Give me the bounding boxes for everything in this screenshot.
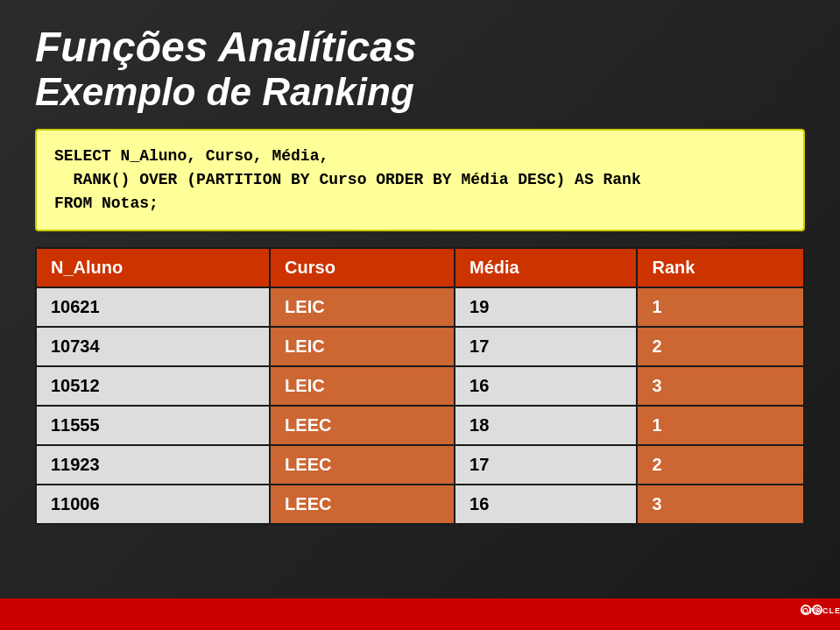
- table-row: 10734LEIC172: [36, 327, 804, 366]
- data-table: N_Aluno Curso Média Rank 10621LEIC191107…: [35, 247, 805, 525]
- oracle-registered-symbol: ®: [812, 605, 822, 615]
- code-line1: SELECT N_Aluno, Curso, Média,: [54, 147, 328, 165]
- oracle-logo-text: ORACLE: [801, 605, 811, 615]
- table-cell: 10734: [36, 327, 270, 366]
- code-box: SELECT N_Aluno, Curso, Média, RANK() OVE…: [35, 129, 805, 231]
- table-cell: 1: [637, 406, 804, 445]
- code-line2: RANK() OVER (PARTITION BY Curso ORDER BY…: [54, 171, 641, 188]
- table-cell: 2: [637, 445, 804, 485]
- col-header-naluno: N_Aluno: [36, 248, 270, 287]
- table-cell: 10621: [36, 287, 270, 327]
- table-row: 10621LEIC191: [36, 287, 804, 327]
- table-cell: 1: [637, 287, 804, 327]
- table-row: 11006LEEC163: [36, 485, 804, 524]
- table-cell: 16: [455, 485, 637, 524]
- oracle-logo: ORACLE®: [800, 605, 822, 624]
- table-row: 10512LEIC163: [36, 366, 804, 406]
- table-cell: 17: [455, 445, 637, 485]
- table-row: 11555LEEC181: [36, 406, 804, 445]
- table-cell: 3: [637, 366, 804, 406]
- table-cell: 11923: [36, 445, 270, 485]
- slide: Funções Analíticas Exemplo de Ranking SE…: [0, 0, 840, 630]
- title-line2: Exemplo de Ranking: [35, 71, 805, 113]
- table-cell: LEEC: [270, 445, 455, 485]
- header: Funções Analíticas Exemplo de Ranking: [0, 0, 840, 129]
- col-header-media: Média: [455, 248, 637, 287]
- footer: ORACLE®: [0, 598, 840, 630]
- table-cell: LEIC: [270, 327, 455, 366]
- table-row: 11923LEEC172: [36, 445, 804, 485]
- table-cell: 10512: [36, 366, 270, 406]
- table-cell: LEIC: [270, 366, 455, 406]
- table-cell: 19: [455, 287, 637, 327]
- table-header-row: N_Aluno Curso Média Rank: [36, 248, 804, 287]
- table-container: N_Aluno Curso Média Rank 10621LEIC191107…: [35, 247, 805, 598]
- table-cell: 2: [637, 327, 804, 366]
- table-cell: 3: [637, 485, 804, 524]
- table-cell: 18: [455, 406, 637, 445]
- table-cell: LEIC: [270, 287, 455, 327]
- table-cell: LEEC: [270, 485, 455, 524]
- table-cell: 11555: [36, 406, 270, 445]
- col-header-rank: Rank: [637, 248, 804, 287]
- code-content: SELECT N_Aluno, Curso, Média, RANK() OVE…: [54, 145, 786, 216]
- title-line1: Funções Analíticas: [35, 25, 805, 71]
- table-cell: 17: [455, 327, 637, 366]
- col-header-curso: Curso: [270, 248, 455, 287]
- table-cell: LEEC: [270, 406, 455, 445]
- table-cell: 16: [455, 366, 637, 406]
- code-line3: FROM Notas;: [54, 195, 159, 212]
- table-cell: 11006: [36, 485, 270, 524]
